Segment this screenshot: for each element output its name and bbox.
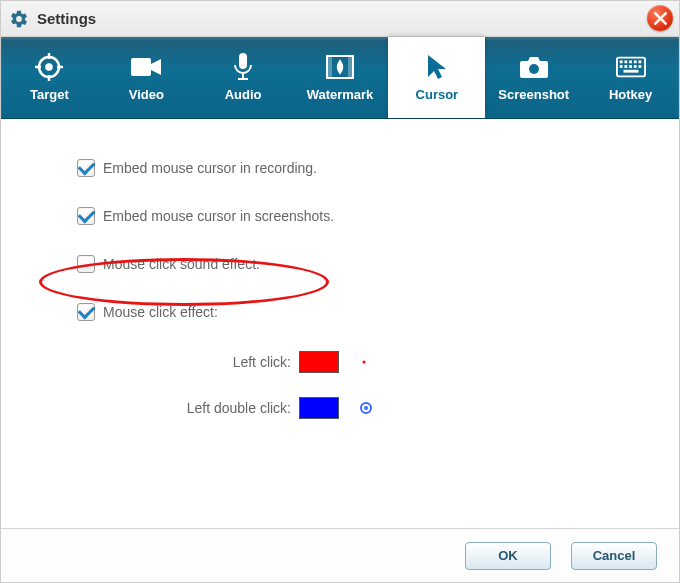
left-double-click-swatch[interactable]	[299, 397, 339, 419]
footer: OK Cancel	[1, 528, 679, 582]
svg-rect-23	[624, 65, 627, 68]
tabbar: Target Video Audio Watermark Cursor Scre…	[1, 37, 679, 119]
left-click-label: Left click:	[1, 354, 299, 370]
svg-rect-13	[327, 56, 331, 78]
svg-rect-25	[633, 65, 636, 68]
left-double-click-label: Left double click:	[1, 400, 299, 416]
svg-rect-24	[629, 65, 632, 68]
option-embed-recording: Embed mouse cursor in recording.	[77, 159, 679, 177]
svg-rect-26	[638, 65, 641, 68]
tab-audio[interactable]: Audio	[195, 37, 292, 118]
tab-label: Watermark	[307, 87, 374, 102]
gear-icon	[9, 9, 29, 29]
option-embed-screenshots: Embed mouse cursor in screenshots.	[77, 207, 679, 225]
video-icon	[131, 53, 161, 81]
svg-point-30	[364, 406, 368, 410]
svg-rect-18	[624, 60, 627, 63]
left-click-preview-icon	[359, 357, 369, 367]
checkbox-embed-recording[interactable]	[77, 159, 95, 177]
target-icon	[34, 53, 64, 81]
camera-icon	[519, 53, 549, 81]
watermark-icon	[325, 53, 355, 81]
ok-button[interactable]: OK	[465, 542, 551, 570]
svg-rect-9	[239, 53, 247, 69]
left-double-click-color-row: Left double click:	[1, 397, 679, 419]
tab-label: Target	[30, 87, 69, 102]
content-panel: Embed mouse cursor in recording. Embed m…	[1, 119, 679, 528]
keyboard-icon	[616, 53, 646, 81]
close-button[interactable]	[647, 5, 673, 31]
option-click-sound: Mouse click sound effect.	[77, 255, 679, 273]
tab-label: Audio	[225, 87, 262, 102]
tab-target[interactable]: Target	[1, 37, 98, 118]
checkbox-click-sound[interactable]	[77, 255, 95, 273]
left-click-color-row: Left click:	[1, 351, 679, 373]
cursor-icon	[422, 53, 452, 81]
option-label: Mouse click effect:	[103, 304, 218, 320]
svg-point-15	[529, 64, 539, 74]
svg-rect-22	[619, 65, 622, 68]
tab-video[interactable]: Video	[98, 37, 195, 118]
tab-label: Screenshot	[498, 87, 569, 102]
option-label: Embed mouse cursor in recording.	[103, 160, 317, 176]
svg-rect-8	[131, 58, 151, 76]
svg-rect-21	[638, 60, 641, 63]
left-click-swatch[interactable]	[299, 351, 339, 373]
svg-point-28	[363, 361, 366, 364]
svg-rect-17	[619, 60, 622, 63]
left-double-preview-icon	[359, 401, 373, 415]
tab-cursor[interactable]: Cursor	[388, 37, 485, 118]
titlebar: Settings	[1, 1, 679, 37]
option-label: Embed mouse cursor in screenshots.	[103, 208, 334, 224]
checkbox-click-effect[interactable]	[77, 303, 95, 321]
option-click-effect: Mouse click effect:	[77, 303, 679, 321]
svg-rect-27	[623, 70, 638, 73]
tab-label: Hotkey	[609, 87, 652, 102]
svg-rect-14	[349, 56, 353, 78]
tab-label: Cursor	[416, 87, 459, 102]
cancel-button[interactable]: Cancel	[571, 542, 657, 570]
window-title: Settings	[37, 10, 96, 27]
checkbox-embed-screenshots[interactable]	[77, 207, 95, 225]
microphone-icon	[228, 53, 258, 81]
tab-screenshot[interactable]: Screenshot	[485, 37, 582, 118]
tab-hotkey[interactable]: Hotkey	[582, 37, 679, 118]
option-label: Mouse click sound effect.	[103, 256, 260, 272]
svg-point-3	[47, 65, 52, 70]
svg-rect-20	[633, 60, 636, 63]
tab-label: Video	[129, 87, 164, 102]
svg-rect-19	[629, 60, 632, 63]
tab-watermark[interactable]: Watermark	[292, 37, 389, 118]
